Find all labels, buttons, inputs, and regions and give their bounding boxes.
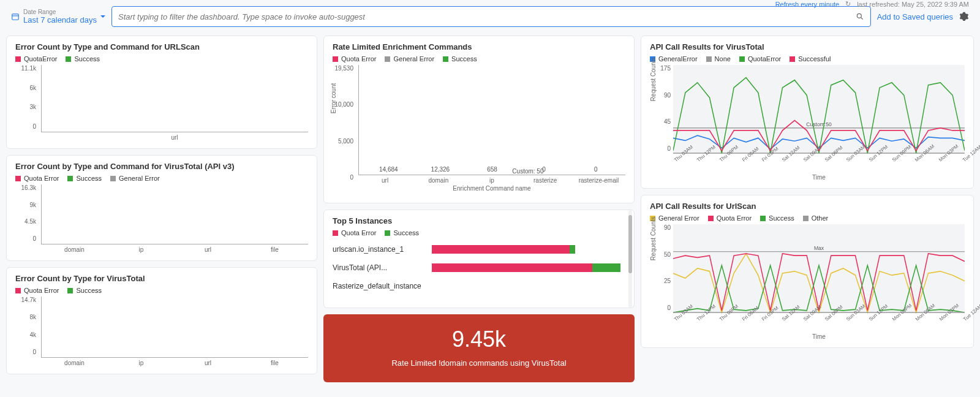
legend-item[interactable]: Success xyxy=(66,55,100,62)
card-rate-limited: Rate Limited Enrichment Commands Quota E… xyxy=(323,36,635,203)
svg-rect-7 xyxy=(673,224,965,312)
date-range-value: Last 7 calendar days xyxy=(23,15,97,25)
legend-item[interactable]: QuotaError xyxy=(15,55,57,62)
date-range-label: Date Range xyxy=(23,9,97,15)
plot-area xyxy=(41,65,308,132)
search-icon[interactable] xyxy=(856,12,864,21)
legend-item[interactable]: GeneralError xyxy=(650,55,698,62)
search-input[interactable] xyxy=(118,12,856,21)
line-chart: 17590450 Custom:50 Thu 03AMThu 12PMThu 0… xyxy=(673,65,965,163)
bar-data-label: 658 xyxy=(487,166,497,173)
hbar-list: urlscan.io_instance_1VirusTotal (API...R… xyxy=(333,245,620,290)
refresh-status: Refresh every minute ↻ last refreshed: M… xyxy=(775,0,969,8)
legend-item[interactable]: Quota Error xyxy=(15,175,59,182)
gear-icon[interactable] xyxy=(959,12,969,21)
col-1: Error Count by Type and Command for URLS… xyxy=(6,36,317,382)
bar-data-label: 0 xyxy=(594,166,598,173)
plot-area xyxy=(41,297,308,358)
card-title: Error Count by Type for VirusTotal xyxy=(15,274,308,283)
legend-item[interactable]: Successful xyxy=(790,55,831,62)
save-query-link[interactable]: Add to Saved queries xyxy=(877,12,953,21)
card-title: API Call Results for UrlScan xyxy=(650,202,965,211)
legend-item[interactable]: Quota Error xyxy=(15,287,59,294)
bar-data-label: 14,684 xyxy=(379,166,398,173)
legend-item[interactable]: Quota Error xyxy=(333,229,376,236)
x-axis: Thu 03AMThu 12PMThu 09PMFri 06AMFri 03PM… xyxy=(673,159,965,164)
toolbar: Refresh every minute ↻ last refreshed: M… xyxy=(0,0,980,36)
svg-rect-4 xyxy=(673,65,965,153)
col-3: API Call Results for VirusTotal GeneralE… xyxy=(641,36,974,382)
svg-text:Max: Max xyxy=(814,244,824,251)
kpi-value: 9.45k xyxy=(330,327,628,352)
refresh-link[interactable]: Refresh every minute xyxy=(775,1,840,8)
legend-item[interactable]: QuotaError xyxy=(739,55,781,62)
legend-item[interactable]: None xyxy=(706,55,731,62)
legend-item[interactable]: Success xyxy=(67,175,102,182)
y-axis: 11.1k6k3k0 xyxy=(15,65,39,130)
plot-area xyxy=(41,184,308,244)
legend-item[interactable]: General Error xyxy=(650,214,699,222)
line-chart: 9050250 Max Thu 03AMThu 12PMThu 09PMFri … xyxy=(673,224,965,322)
search-input-wrapper[interactable] xyxy=(111,6,871,27)
hbar-row[interactable]: urlscan.io_instance_1 xyxy=(333,245,620,254)
card-title: Top 5 Instances xyxy=(333,216,620,225)
y-axis: 16.3k9k4.5k0 xyxy=(15,184,39,242)
card-top5: Top 5 Instances Quota ErrorSuccess urlsc… xyxy=(323,210,635,308)
legend-item[interactable]: Quota Error xyxy=(333,55,376,62)
card-title: Error Count by Type and Command for Viru… xyxy=(15,162,308,171)
hbar-label: VirusTotal (API... xyxy=(333,263,424,272)
legend: QuotaErrorSuccess xyxy=(15,55,308,62)
legend: GeneralErrorNoneQuotaErrorSuccessful xyxy=(650,55,965,62)
card-vt-type-errors: Error Count by Type for VirusTotal Quota… xyxy=(6,267,317,374)
y-axis: 14.7k8k4k0 xyxy=(15,297,39,355)
card-title: API Call Results for VirusTotal xyxy=(650,42,965,51)
kpi-card: 9.45k Rate Limited !domain commands usin… xyxy=(323,314,635,382)
x-axis: domainipurlfile xyxy=(41,244,308,253)
legend-item[interactable]: Success xyxy=(443,55,477,62)
last-refreshed: last refreshed: May 25, 2022 9:39 AM xyxy=(857,1,969,8)
legend-item[interactable]: Success xyxy=(385,229,419,236)
card-urlscan-results: API Call Results for UrlScan General Err… xyxy=(641,195,974,348)
x-axis: urldomainiprasterizerasterize-email xyxy=(358,175,625,184)
hbar-row[interactable]: VirusTotal (API... xyxy=(333,263,620,272)
date-range-picker[interactable]: Date Range Last 7 calendar days xyxy=(11,9,105,25)
x-axis: domainipurlfile xyxy=(41,358,308,366)
legend-item[interactable]: General Error xyxy=(385,55,434,62)
scrollbar[interactable] xyxy=(628,210,632,308)
svg-text:Custom:50: Custom:50 xyxy=(806,121,831,127)
x-axis-title: Time xyxy=(673,333,965,340)
hbar-row[interactable]: Rasterize_default_instance xyxy=(333,282,620,290)
legend: Quota ErrorSuccessGeneral Error xyxy=(15,175,308,182)
plot-area: Custom: 50 14,68412,32665800 xyxy=(358,65,625,175)
legend-item[interactable]: Success xyxy=(760,214,794,222)
legend-item[interactable]: Quota Error xyxy=(708,214,752,222)
legend: Quota ErrorSuccess xyxy=(15,287,308,294)
x-axis: Thu 03AMThu 12PMThu 09PMFri 06AMFri 03PM… xyxy=(673,318,965,323)
svg-line-3 xyxy=(861,18,862,20)
x-axis-title: Enrichment Command name xyxy=(358,185,625,192)
card-vt-api-errors: Error Count by Type and Command for Viru… xyxy=(6,155,317,261)
bar-data-label: 0 xyxy=(542,166,546,173)
x-axis-title: Time xyxy=(673,174,965,181)
legend: General ErrorQuota ErrorSuccessOther xyxy=(650,214,965,222)
card-vt-results: API Call Results for VirusTotal GeneralE… xyxy=(641,36,974,189)
y-axis: 17590450 xyxy=(652,65,671,152)
legend-item[interactable]: Success xyxy=(67,287,102,294)
col-2: Rate Limited Enrichment Commands Quota E… xyxy=(323,36,635,382)
refresh-icon[interactable]: ↻ xyxy=(845,0,851,8)
legend: Quota ErrorSuccess xyxy=(333,229,620,236)
legend-item[interactable]: Other xyxy=(803,214,829,222)
card-title: Rate Limited Enrichment Commands xyxy=(333,42,625,51)
y-axis: 9050250 xyxy=(652,224,671,311)
legend: Quota ErrorGeneral ErrorSuccess xyxy=(333,55,625,62)
hbar-label: urlscan.io_instance_1 xyxy=(333,245,424,254)
chevron-down-icon xyxy=(100,15,105,20)
svg-point-2 xyxy=(857,13,861,18)
calendar-icon xyxy=(11,12,20,21)
dashboard-grid: Error Count by Type and Command for URLS… xyxy=(0,36,980,388)
reference-label: Custom: 50 xyxy=(510,168,545,175)
legend-item[interactable]: General Error xyxy=(110,175,160,182)
card-title: Error Count by Type and Command for URLS… xyxy=(15,42,308,51)
hbar-label: Rasterize_default_instance xyxy=(333,282,424,290)
x-axis: url xyxy=(41,132,308,141)
